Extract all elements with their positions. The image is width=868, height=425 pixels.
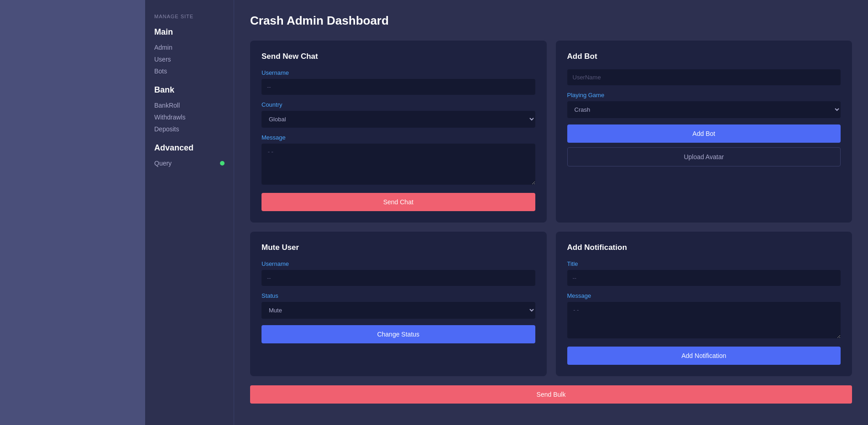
add-notification-message-label: Message <box>567 292 841 299</box>
sidebar-section-main: Main <box>154 27 225 37</box>
mute-user-username-input[interactable] <box>261 270 535 286</box>
add-bot-game-select[interactable]: Crash <box>567 101 841 118</box>
sidebar-section-advanced: Advanced <box>154 143 225 153</box>
manage-site-label: MANAGE SITE <box>154 14 225 19</box>
cards-row-1: Send New Chat Username Country Global Me… <box>250 41 852 223</box>
mute-user-status-select[interactable]: Mute <box>261 302 535 319</box>
sidebar-item-admin[interactable]: Admin <box>154 41 225 53</box>
mute-user-status-label: Status <box>261 292 535 299</box>
add-bot-card-title: Add Bot <box>567 52 841 61</box>
sidebar-item-bots[interactable]: Bots <box>154 65 225 77</box>
add-notification-card: Add Notification Title Message Add Notif… <box>556 232 852 376</box>
send-chat-message-input[interactable] <box>261 144 535 185</box>
cards-row-2: Mute User Username Status Mute Change St… <box>250 232 852 376</box>
add-bot-username-input[interactable] <box>567 69 841 85</box>
sidebar-item-users[interactable]: Users <box>154 53 225 65</box>
send-chat-username-label: Username <box>261 69 535 76</box>
query-status-dot <box>220 161 225 166</box>
send-chat-message-label: Message <box>261 134 535 141</box>
change-status-button[interactable]: Change Status <box>261 325 535 343</box>
send-chat-country-select[interactable]: Global <box>261 111 535 128</box>
page-title: Crash Admin Dashboard <box>250 14 852 28</box>
sidebar-item-withdrawls[interactable]: Withdrawls <box>154 111 225 123</box>
mute-user-card-title: Mute User <box>261 243 535 252</box>
add-notification-button[interactable]: Add Notification <box>567 347 841 365</box>
send-chat-card-title: Send New Chat <box>261 52 535 61</box>
add-notification-title-label: Title <box>567 260 841 267</box>
mute-user-card: Mute User Username Status Mute Change St… <box>250 232 547 376</box>
sidebar-item-query[interactable]: Query <box>154 157 225 169</box>
send-chat-username-input[interactable] <box>261 79 535 95</box>
sidebar-section-bank: Bank <box>154 85 225 95</box>
add-bot-playing-game-label: Playing Game <box>567 92 841 98</box>
add-bot-button[interactable]: Add Bot <box>567 124 841 143</box>
add-notification-title-input[interactable] <box>567 270 841 286</box>
upload-avatar-button[interactable]: Upload Avatar <box>567 147 841 166</box>
add-bot-card: Add Bot Playing Game Crash Add Bot Uploa… <box>556 41 852 223</box>
mute-user-username-label: Username <box>261 260 535 267</box>
sidebar-item-deposits[interactable]: Deposits <box>154 123 225 135</box>
send-chat-card: Send New Chat Username Country Global Me… <box>250 41 547 223</box>
sidebar: MANAGE SITE Main Admin Users Bots Bank B… <box>145 0 234 425</box>
send-chat-country-label: Country <box>261 101 535 108</box>
add-notification-card-title: Add Notification <box>567 243 841 252</box>
main-content: Crash Admin Dashboard Send New Chat User… <box>234 0 868 425</box>
send-chat-button[interactable]: Send Chat <box>261 193 535 211</box>
send-bulk-button[interactable]: Send Bulk <box>250 385 852 404</box>
send-bulk-row: Send Bulk <box>250 385 852 404</box>
sidebar-item-bankroll[interactable]: BankRoll <box>154 99 225 111</box>
add-notification-message-input[interactable] <box>567 302 841 338</box>
